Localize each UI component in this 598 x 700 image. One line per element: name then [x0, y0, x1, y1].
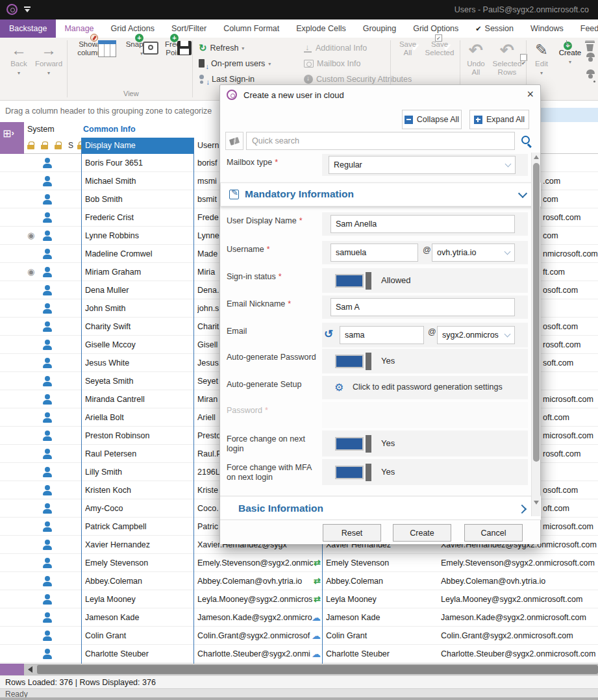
- cell-display-name[interactable]: Amy-Coco: [85, 499, 193, 518]
- section-basic-information[interactable]: Basic Information: [220, 495, 541, 520]
- collapse-all-button[interactable]: Collapse All: [402, 110, 462, 129]
- mailbox-info-button[interactable]: Mailbox Info: [304, 57, 360, 70]
- cell-display-name[interactable]: Bob Smith: [85, 190, 193, 208]
- tab-column-format[interactable]: Column Format: [215, 19, 288, 38]
- scroll-up-icon[interactable]: [534, 155, 539, 159]
- undo-selected-rows-button[interactable]: ↶ Selected Rows: [490, 40, 525, 77]
- cell-display-name[interactable]: Michael Smith: [85, 172, 193, 190]
- cell-email-fragment[interactable]: osoft.com: [543, 281, 598, 299]
- username-input[interactable]: [330, 244, 418, 262]
- horizontal-scrollbar[interactable]: [0, 664, 598, 675]
- scroll-down-icon[interactable]: [534, 501, 539, 505]
- cancel-button[interactable]: Cancel: [464, 524, 523, 542]
- cell-email-fragment[interactable]: microsoft.com: [543, 518, 598, 536]
- edit-button[interactable]: ✎ Edit▾: [529, 40, 554, 77]
- table-row[interactable]: Colin GrantColin.Grant@sygx2.onmicrosof☁…: [0, 627, 598, 645]
- forward-button[interactable]: → Forward▾: [34, 40, 64, 77]
- cell-display-name[interactable]: Boris Four 3651: [85, 154, 193, 172]
- cell-email-fragment[interactable]: ft.com: [543, 263, 598, 281]
- cell-display-name[interactable]: Charity Swift: [85, 318, 193, 336]
- dialog-close-button[interactable]: ×: [527, 88, 534, 101]
- cell-display-name[interactable]: Leyla Mooney: [85, 590, 193, 608]
- scrollbar-thumb[interactable]: [533, 163, 540, 462]
- cell-username[interactable]: Leyla.Mooney@sygx2.onmicros⇄: [197, 590, 322, 608]
- tab-windows[interactable]: Windows: [522, 19, 572, 38]
- tab-session[interactable]: Session: [467, 19, 522, 38]
- cell-display-name[interactable]: Patrick Campbell: [85, 518, 193, 536]
- column-header-display-name[interactable]: Display Name: [81, 138, 193, 154]
- cell-display-name-2[interactable]: Charlotte Steuber: [326, 645, 436, 663]
- cell-email[interactable]: Colin.Grant@sygx2.onmicrosoft.com: [441, 627, 598, 645]
- show-hide-columns-button[interactable]: Show/Hide columns... ▾: [73, 40, 120, 58]
- cell-email-fragment[interactable]: oft.com: [543, 499, 598, 518]
- back-button[interactable]: ← Back▾: [5, 40, 32, 77]
- create-user-button[interactable]: Create: [393, 524, 451, 542]
- cell-display-name[interactable]: Miranda Cantrell: [85, 390, 193, 408]
- tab-grouping[interactable]: Grouping: [355, 19, 405, 38]
- user-display-name-input[interactable]: [330, 215, 515, 233]
- cell-display-name[interactable]: John Smith: [85, 299, 193, 318]
- grid-flash-icon[interactable]: ⊞›: [3, 127, 14, 140]
- section-mandatory-information[interactable]: Mandatory Information: [220, 182, 541, 206]
- refresh-button[interactable]: ↻ Refresh▾: [199, 42, 244, 55]
- cell-email-fragment[interactable]: microsoft.com: [543, 390, 598, 408]
- cell-email-fragment[interactable]: .com: [543, 172, 598, 190]
- table-row[interactable]: Abbey.ColemanAbbey.Coleman@ovh.ytria.io⇄…: [0, 572, 598, 590]
- cell-email[interactable]: Emely.Stevenson@sygx2.onmicrosoft.com: [441, 554, 598, 572]
- email-domain-select[interactable]: sygx2.onmicros: [437, 326, 515, 344]
- cell-display-name[interactable]: Madeline Cromwel: [85, 245, 193, 263]
- cell-display-name[interactable]: Seyeta Smith: [85, 372, 193, 390]
- cell-email-fragment[interactable]: com: [543, 227, 598, 245]
- cell-display-name[interactable]: Raul Petersen: [85, 445, 193, 463]
- cell-display-name[interactable]: Lynne Robbins: [85, 227, 193, 245]
- cell-display-name[interactable]: Ariella Bolt: [85, 408, 193, 427]
- dialog-scrollbar[interactable]: [531, 153, 540, 516]
- cell-display-name[interactable]: Kristen Koch: [85, 481, 193, 499]
- cell-email-fragment[interactable]: osoft.com: [543, 318, 598, 336]
- cell-display-name-2[interactable]: Abbey.Coleman: [326, 572, 436, 590]
- table-row[interactable]: Leyla MooneyLeyla.Mooney@sygx2.onmicros⇄…: [0, 590, 598, 608]
- save-selected-button[interactable]: Save Selected: [422, 40, 457, 57]
- cell-email[interactable]: Jameson.Kade@sygx2.onmicrosoft.com: [441, 608, 598, 627]
- gear-icon[interactable]: ⚙: [334, 381, 343, 394]
- signin-status-toggle[interactable]: [335, 272, 371, 290]
- tab-backstage[interactable]: Backstage: [0, 19, 56, 38]
- cell-display-name[interactable]: Lilly Smith: [85, 463, 193, 481]
- group-header-common-info[interactable]: Common Info: [83, 125, 136, 134]
- custom-security-attributes-button[interactable]: Custom Security Attributes: [304, 73, 412, 86]
- mailbox-type-select[interactable]: Regular: [329, 156, 516, 174]
- quick-access-menu-icon[interactable]: [23, 6, 31, 13]
- save-all-button[interactable]: Save All: [394, 40, 421, 57]
- cell-display-name-2[interactable]: Jameson Kade: [326, 608, 436, 627]
- snapshot-button[interactable]: + Snapshot▾: [122, 40, 161, 58]
- reset-button[interactable]: Reset: [323, 524, 381, 542]
- cell-display-name[interactable]: Giselle Mccoy: [85, 336, 193, 354]
- last-signin-button[interactable]: Last Sign-in: [199, 73, 255, 86]
- group-header-system[interactable]: System: [27, 125, 55, 134]
- cell-display-name[interactable]: Jesus White: [85, 354, 193, 372]
- cell-display-name-2[interactable]: Colin Grant: [326, 627, 436, 645]
- additional-info-button[interactable]: Additional Info: [304, 42, 367, 55]
- cell-email[interactable]: Charlotte.Steuber@sygx2.onmicrosoft.com: [441, 645, 598, 663]
- cell-email-fragment[interactable]: oft.com: [543, 408, 598, 427]
- cell-username[interactable]: Jameson.Kade@sygx2.onmicro☁: [197, 608, 322, 627]
- force-change-toggle[interactable]: [335, 435, 371, 453]
- cell-email[interactable]: Abbey.Coleman@ovh.ytria.io: [441, 572, 598, 590]
- create-button[interactable]: + Create▾: [556, 40, 584, 66]
- hscrollbar-thumb[interactable]: [37, 665, 598, 674]
- autogen-setup-link[interactable]: Click to edit password generation settin…: [353, 382, 503, 392]
- email-input[interactable]: [340, 326, 424, 344]
- cell-display-name[interactable]: Charlotte Steuber: [85, 645, 193, 663]
- cell-username[interactable]: Charlotte.Steuber@sygx2.onmi☁: [197, 645, 322, 663]
- cell-email[interactable]: Leyla.Mooney@sygx2.onmicrosoft.com: [441, 590, 598, 608]
- cell-display-name[interactable]: Abbey.Coleman: [85, 572, 193, 590]
- cell-email-fragment[interactable]: rosoft.com: [543, 208, 598, 227]
- email-nickname-input[interactable]: [330, 298, 515, 316]
- table-row[interactable]: Emely StevensonEmely.Stevenson@sygx2.onm…: [0, 554, 598, 572]
- cell-email-fragment[interactable]: com: [543, 190, 598, 208]
- scroll-left-icon[interactable]: [28, 666, 32, 673]
- undo-all-button[interactable]: ↶ Undo All: [462, 40, 490, 77]
- force-mfa-toggle[interactable]: [335, 464, 371, 481]
- cell-email-fragment[interactable]: rosoft.com: [543, 445, 598, 463]
- chevron-down-icon[interactable]: [518, 189, 527, 198]
